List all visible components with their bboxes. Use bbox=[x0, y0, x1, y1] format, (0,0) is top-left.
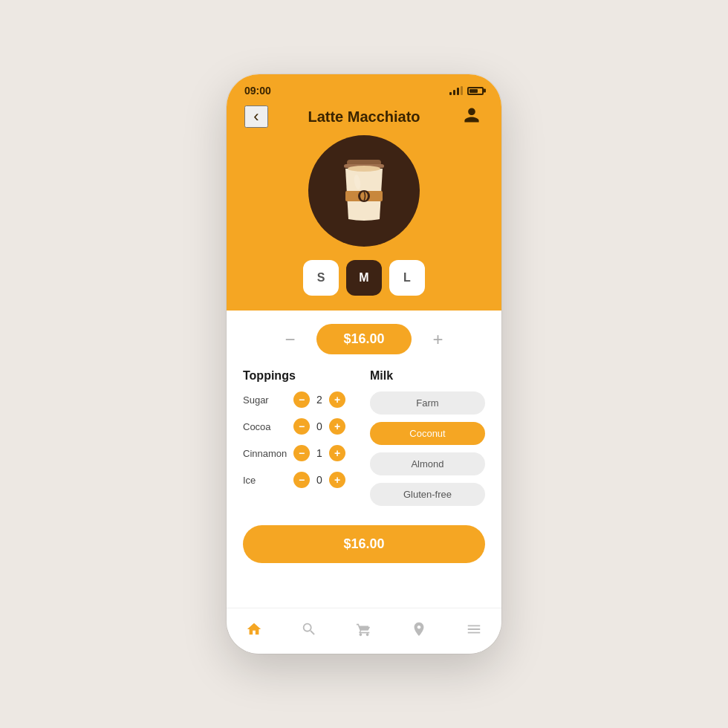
cocoa-increase[interactable]: + bbox=[329, 418, 345, 435]
profile-icon[interactable] bbox=[460, 106, 484, 127]
content-area: − $16.00 + Toppings Sugar − 2 + Cocoa bbox=[227, 311, 501, 608]
home-icon bbox=[245, 620, 263, 638]
topping-ice-label: Ice bbox=[243, 475, 293, 486]
nav-menu[interactable] bbox=[465, 620, 483, 638]
ice-decrease[interactable]: − bbox=[293, 472, 310, 488]
size-large-button[interactable]: L bbox=[389, 260, 425, 296]
signal-icon bbox=[449, 86, 463, 95]
coffee-circle bbox=[308, 135, 420, 247]
cinnamon-stepper: − 1 + bbox=[293, 445, 345, 461]
toppings-title: Toppings bbox=[243, 369, 358, 383]
topping-cocoa-label: Cocoa bbox=[243, 421, 293, 432]
size-selector: S M L bbox=[244, 260, 484, 296]
nav-search[interactable] bbox=[300, 620, 318, 638]
sugar-decrease[interactable]: − bbox=[293, 391, 310, 408]
milk-almond-button[interactable]: Almond bbox=[370, 452, 485, 475]
size-small-button[interactable]: S bbox=[303, 260, 339, 296]
status-icons bbox=[449, 86, 484, 95]
size-medium-button[interactable]: M bbox=[346, 260, 382, 296]
nav-location[interactable] bbox=[410, 620, 428, 638]
milk-column: Milk Farm Coconut Almond Gluten-free bbox=[370, 369, 485, 513]
phone-shell: 09:00 ‹ Latte Macchiato bbox=[227, 74, 501, 654]
status-bar: 09:00 bbox=[227, 74, 501, 103]
bottom-nav bbox=[227, 608, 501, 654]
coffee-image-wrapper bbox=[244, 135, 484, 247]
milk-glutenfree-button[interactable]: Gluten-free bbox=[370, 483, 485, 506]
cinnamon-decrease[interactable]: − bbox=[293, 445, 310, 461]
sugar-increase[interactable]: + bbox=[329, 391, 345, 408]
location-icon bbox=[410, 620, 428, 638]
topping-cinnamon-label: Cinnamon bbox=[243, 448, 293, 459]
cocoa-value: 0 bbox=[314, 420, 325, 432]
price-badge: $16.00 bbox=[316, 324, 411, 354]
add-order-button[interactable]: $16.00 bbox=[243, 525, 485, 563]
customize-grid: Toppings Sugar − 2 + Cocoa − 0 + bbox=[243, 369, 485, 513]
nav-home[interactable] bbox=[245, 620, 263, 638]
cinnamon-value: 1 bbox=[314, 447, 325, 459]
toppings-column: Toppings Sugar − 2 + Cocoa − 0 + bbox=[243, 369, 358, 513]
page-title: Latte Macchiato bbox=[268, 108, 460, 126]
topping-row: Cocoa − 0 + bbox=[243, 418, 358, 435]
milk-farm-button[interactable]: Farm bbox=[370, 391, 485, 415]
header-orange: ‹ Latte Macchiato bbox=[227, 103, 501, 311]
battery-icon bbox=[467, 87, 484, 95]
cocoa-stepper: − 0 + bbox=[293, 418, 345, 435]
cart-icon bbox=[355, 620, 373, 638]
back-button[interactable]: ‹ bbox=[244, 105, 268, 128]
quantity-increase-button[interactable]: + bbox=[426, 328, 450, 351]
sugar-stepper: − 2 + bbox=[293, 391, 345, 408]
ice-stepper: − 0 + bbox=[293, 472, 345, 488]
quantity-decrease-button[interactable]: − bbox=[278, 328, 302, 351]
price-row: − $16.00 + bbox=[243, 324, 485, 354]
ice-increase[interactable]: + bbox=[329, 472, 345, 488]
svg-point-5 bbox=[348, 166, 380, 172]
status-time: 09:00 bbox=[244, 85, 271, 97]
coffee-cup-svg bbox=[331, 154, 397, 228]
milk-coconut-button[interactable]: Coconut bbox=[370, 422, 485, 445]
sugar-value: 2 bbox=[314, 394, 325, 406]
cocoa-decrease[interactable]: − bbox=[293, 418, 310, 435]
milk-title: Milk bbox=[370, 369, 485, 383]
cinnamon-increase[interactable]: + bbox=[329, 445, 345, 461]
ice-value: 0 bbox=[314, 474, 325, 486]
topping-row: Cinnamon − 1 + bbox=[243, 445, 358, 461]
search-icon bbox=[300, 620, 318, 638]
menu-icon bbox=[465, 620, 483, 638]
topping-row: Sugar − 2 + bbox=[243, 391, 358, 408]
topping-row: Ice − 0 + bbox=[243, 472, 358, 488]
topping-sugar-label: Sugar bbox=[243, 394, 293, 406]
nav-row: ‹ Latte Macchiato bbox=[244, 105, 484, 128]
nav-cart[interactable] bbox=[355, 620, 373, 638]
